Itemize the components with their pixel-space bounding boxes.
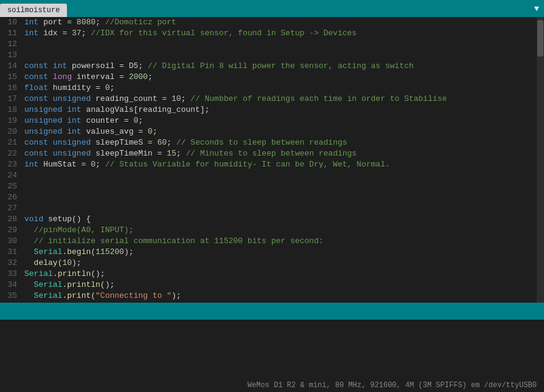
code-line: unsigned int values_avg = 0; xyxy=(24,126,537,137)
code-line: const unsigned reading_count = 10; // Nu… xyxy=(24,94,537,105)
code-line: Serial.print("Connecting to "); xyxy=(24,291,537,301)
code-area[interactable]: int port = 8080; //Domoticz portint idx … xyxy=(22,17,537,303)
code-line: const int powersoil = D5; // Digital Pin… xyxy=(24,61,537,72)
line-number: 12 xyxy=(0,39,17,50)
code-line: //pinMode(A0, INPUT); xyxy=(24,225,537,236)
code-line: Serial.println(); xyxy=(24,280,537,291)
line-number: 19 xyxy=(0,115,17,126)
code-line xyxy=(24,39,537,50)
line-number: 16 xyxy=(0,83,17,94)
tab-bar: soilmoisture ▼ xyxy=(0,0,544,17)
line-number: 31 xyxy=(0,247,17,258)
status-text: WeMos D1 R2 & mini, 80 MHz, 921600, 4M (… xyxy=(248,381,537,390)
code-line: int idx = 37; //IDX for this virtual sen… xyxy=(24,28,537,39)
line-number: 18 xyxy=(0,105,17,115)
code-line: Serial.println(ssid); xyxy=(24,301,537,303)
code-line xyxy=(24,170,537,181)
line-number: 28 xyxy=(0,214,17,225)
tab-dropdown-button[interactable]: ▼ xyxy=(529,0,544,17)
tab-label: soilmoisture xyxy=(7,6,60,15)
line-number: 29 xyxy=(0,225,17,236)
line-number: 13 xyxy=(0,50,17,61)
line-number: 30 xyxy=(0,236,17,247)
code-line: void setup() { xyxy=(24,214,537,225)
line-number: 14 xyxy=(0,61,17,72)
line-number: 25 xyxy=(0,181,17,192)
line-number: 20 xyxy=(0,126,17,137)
code-line: const unsigned sleepTimeS = 60; // Secon… xyxy=(24,137,537,148)
line-number: 27 xyxy=(0,203,17,214)
bottom-toolbar xyxy=(0,303,544,320)
code-editor: 1011121314151617181920212223242526272829… xyxy=(0,17,544,303)
vertical-scrollbar[interactable] xyxy=(537,17,544,303)
code-line: unsigned int analogVals[reading_count]; xyxy=(24,105,537,115)
code-line xyxy=(24,192,537,203)
line-number: 34 xyxy=(0,280,17,291)
line-number: 35 xyxy=(0,291,17,301)
scrollbar-thumb[interactable] xyxy=(537,20,543,57)
line-number: 11 xyxy=(0,28,17,39)
code-line: unsigned int counter = 0; xyxy=(24,115,537,126)
code-line: Serial.println(); xyxy=(24,269,537,280)
code-line: // initialize serial communication at 11… xyxy=(24,236,537,247)
status-bar: WeMos D1 R2 & mini, 80 MHz, 921600, 4M (… xyxy=(0,320,544,392)
code-line xyxy=(24,50,537,61)
line-number: 36 xyxy=(0,301,17,303)
code-line: int HumStat = 0; // Status Variable for … xyxy=(24,159,537,170)
line-number: 32 xyxy=(0,258,17,269)
code-line xyxy=(24,203,537,214)
code-line: int port = 8080; //Domoticz port xyxy=(24,17,537,28)
line-number: 33 xyxy=(0,269,17,280)
line-number: 17 xyxy=(0,94,17,105)
line-number: 24 xyxy=(0,170,17,181)
tab-soilmoisture[interactable]: soilmoisture xyxy=(0,4,67,17)
line-number: 23 xyxy=(0,159,17,170)
line-number: 21 xyxy=(0,137,17,148)
code-line: const long interval = 2000; xyxy=(24,72,537,83)
line-number: 15 xyxy=(0,72,17,83)
code-line: const unsigned sleepTimeMin = 15; // Min… xyxy=(24,148,537,159)
line-numbers: 1011121314151617181920212223242526272829… xyxy=(0,17,22,303)
line-number: 26 xyxy=(0,192,17,203)
line-number: 22 xyxy=(0,148,17,159)
code-line: delay(10); xyxy=(24,258,537,269)
code-line: Serial.begin(115200); xyxy=(24,247,537,258)
dropdown-icon: ▼ xyxy=(534,4,539,13)
line-number: 10 xyxy=(0,17,17,28)
code-line: float humidity = 0; xyxy=(24,83,537,94)
code-line xyxy=(24,181,537,192)
